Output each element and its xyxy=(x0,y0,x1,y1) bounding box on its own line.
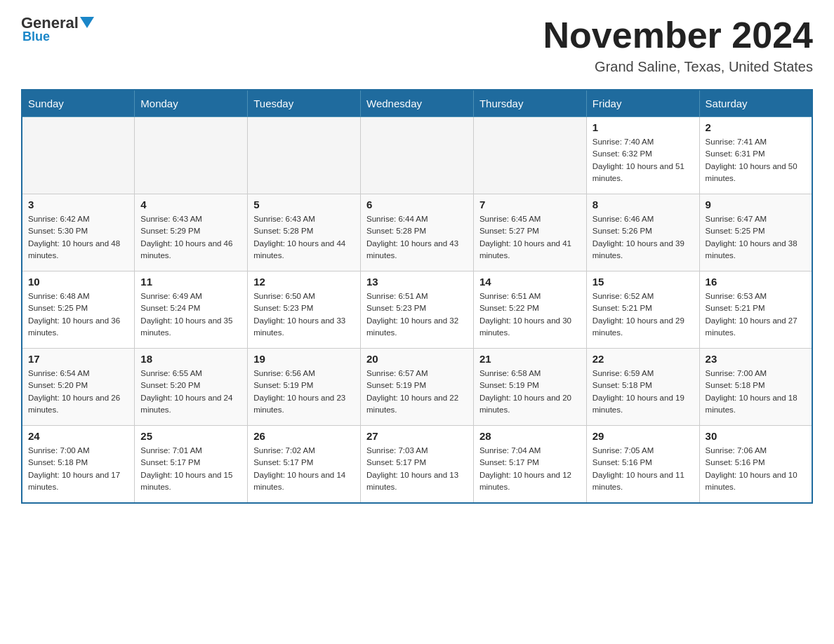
day-number: 18 xyxy=(140,353,241,365)
day-number: 11 xyxy=(140,276,241,288)
calendar-cell: 22Sunrise: 6:59 AMSunset: 5:18 PMDayligh… xyxy=(586,349,699,426)
calendar-cell: 17Sunrise: 6:54 AMSunset: 5:20 PMDayligh… xyxy=(22,349,135,426)
header-wednesday: Wednesday xyxy=(361,90,474,117)
day-info: Sunrise: 7:41 AMSunset: 6:31 PMDaylight:… xyxy=(706,136,806,185)
location: Grand Saline, Texas, United States xyxy=(543,59,813,75)
day-number: 29 xyxy=(593,430,694,442)
calendar-cell: 10Sunrise: 6:48 AMSunset: 5:25 PMDayligh… xyxy=(22,271,135,349)
calendar-week-row: 3Sunrise: 6:42 AMSunset: 5:30 PMDaylight… xyxy=(22,194,812,271)
day-number: 3 xyxy=(28,199,128,210)
day-info: Sunrise: 6:51 AMSunset: 5:23 PMDaylight:… xyxy=(366,290,468,339)
calendar-cell: 11Sunrise: 6:49 AMSunset: 5:24 PMDayligh… xyxy=(135,271,248,349)
calendar-cell: 24Sunrise: 7:00 AMSunset: 5:18 PMDayligh… xyxy=(22,426,135,503)
calendar-cell: 14Sunrise: 6:51 AMSunset: 5:22 PMDayligh… xyxy=(473,271,586,349)
calendar-week-row: 1Sunrise: 7:40 AMSunset: 6:32 PMDaylight… xyxy=(22,117,812,194)
calendar-cell: 7Sunrise: 6:45 AMSunset: 5:27 PMDaylight… xyxy=(473,194,586,271)
day-number: 8 xyxy=(593,199,694,210)
logo-triangle-icon xyxy=(80,17,94,28)
day-info: Sunrise: 6:50 AMSunset: 5:23 PMDaylight:… xyxy=(253,290,355,339)
day-info: Sunrise: 7:05 AMSunset: 5:16 PMDaylight:… xyxy=(593,445,694,493)
day-number: 21 xyxy=(479,353,581,365)
day-info: Sunrise: 6:57 AMSunset: 5:19 PMDaylight:… xyxy=(366,368,468,416)
day-info: Sunrise: 6:46 AMSunset: 5:26 PMDaylight:… xyxy=(593,213,694,262)
calendar-cell: 19Sunrise: 6:56 AMSunset: 5:19 PMDayligh… xyxy=(248,349,361,426)
day-number: 20 xyxy=(366,353,468,365)
calendar-cell: 4Sunrise: 6:43 AMSunset: 5:29 PMDaylight… xyxy=(135,194,248,271)
day-number: 12 xyxy=(253,276,355,288)
calendar-cell xyxy=(248,117,361,194)
day-info: Sunrise: 7:06 AMSunset: 5:16 PMDaylight:… xyxy=(706,445,806,493)
day-number: 15 xyxy=(593,276,694,288)
day-info: Sunrise: 7:01 AMSunset: 5:17 PMDaylight:… xyxy=(140,445,241,493)
calendar-cell: 16Sunrise: 6:53 AMSunset: 5:21 PMDayligh… xyxy=(699,271,812,349)
day-info: Sunrise: 7:04 AMSunset: 5:17 PMDaylight:… xyxy=(479,445,581,493)
calendar-cell: 15Sunrise: 6:52 AMSunset: 5:21 PMDayligh… xyxy=(586,271,699,349)
calendar-cell xyxy=(135,117,248,194)
day-info: Sunrise: 6:49 AMSunset: 5:24 PMDaylight:… xyxy=(140,290,241,339)
calendar-week-row: 10Sunrise: 6:48 AMSunset: 5:25 PMDayligh… xyxy=(22,271,812,349)
header-saturday: Saturday xyxy=(699,90,812,117)
day-info: Sunrise: 6:48 AMSunset: 5:25 PMDaylight:… xyxy=(28,290,128,339)
day-number: 4 xyxy=(140,199,241,210)
calendar-cell xyxy=(473,117,586,194)
logo-blue: Blue xyxy=(22,29,50,44)
day-info: Sunrise: 6:45 AMSunset: 5:27 PMDaylight:… xyxy=(479,213,581,262)
day-number: 9 xyxy=(706,199,806,210)
month-title: November 2024 xyxy=(543,14,813,56)
day-info: Sunrise: 6:52 AMSunset: 5:21 PMDaylight:… xyxy=(593,290,694,339)
calendar-cell: 23Sunrise: 7:00 AMSunset: 5:18 PMDayligh… xyxy=(699,349,812,426)
day-info: Sunrise: 6:56 AMSunset: 5:19 PMDaylight:… xyxy=(253,368,355,416)
day-number: 16 xyxy=(706,276,806,288)
day-info: Sunrise: 6:59 AMSunset: 5:18 PMDaylight:… xyxy=(593,368,694,416)
day-info: Sunrise: 6:54 AMSunset: 5:20 PMDaylight:… xyxy=(28,368,128,416)
calendar-cell: 1Sunrise: 7:40 AMSunset: 6:32 PMDaylight… xyxy=(586,117,699,194)
day-info: Sunrise: 7:02 AMSunset: 5:17 PMDaylight:… xyxy=(253,445,355,493)
calendar-cell xyxy=(361,117,474,194)
calendar-cell: 12Sunrise: 6:50 AMSunset: 5:23 PMDayligh… xyxy=(248,271,361,349)
day-info: Sunrise: 7:00 AMSunset: 5:18 PMDaylight:… xyxy=(706,368,806,416)
header-monday: Monday xyxy=(135,90,248,117)
day-number: 26 xyxy=(253,430,355,442)
header-friday: Friday xyxy=(586,90,699,117)
day-info: Sunrise: 6:42 AMSunset: 5:30 PMDaylight:… xyxy=(28,213,128,262)
calendar-cell: 25Sunrise: 7:01 AMSunset: 5:17 PMDayligh… xyxy=(135,426,248,503)
calendar-cell: 21Sunrise: 6:58 AMSunset: 5:19 PMDayligh… xyxy=(473,349,586,426)
day-number: 24 xyxy=(28,430,128,442)
day-info: Sunrise: 6:44 AMSunset: 5:28 PMDaylight:… xyxy=(366,213,468,262)
day-number: 28 xyxy=(479,430,581,442)
day-number: 27 xyxy=(366,430,468,442)
day-info: Sunrise: 7:40 AMSunset: 6:32 PMDaylight:… xyxy=(593,136,694,185)
calendar-cell: 13Sunrise: 6:51 AMSunset: 5:23 PMDayligh… xyxy=(361,271,474,349)
day-info: Sunrise: 6:55 AMSunset: 5:20 PMDaylight:… xyxy=(140,368,241,416)
title-section: November 2024 Grand Saline, Texas, Unite… xyxy=(543,14,813,75)
calendar-cell: 6Sunrise: 6:44 AMSunset: 5:28 PMDaylight… xyxy=(361,194,474,271)
day-number: 6 xyxy=(366,199,468,210)
day-info: Sunrise: 6:47 AMSunset: 5:25 PMDaylight:… xyxy=(706,213,806,262)
calendar-cell: 18Sunrise: 6:55 AMSunset: 5:20 PMDayligh… xyxy=(135,349,248,426)
header-tuesday: Tuesday xyxy=(248,90,361,117)
day-number: 7 xyxy=(479,199,581,210)
calendar-cell: 26Sunrise: 7:02 AMSunset: 5:17 PMDayligh… xyxy=(248,426,361,503)
day-number: 2 xyxy=(706,121,806,133)
day-info: Sunrise: 6:51 AMSunset: 5:22 PMDaylight:… xyxy=(479,290,581,339)
day-number: 25 xyxy=(140,430,241,442)
calendar-header-row: Sunday Monday Tuesday Wednesday Thursday… xyxy=(22,90,812,117)
calendar-week-row: 17Sunrise: 6:54 AMSunset: 5:20 PMDayligh… xyxy=(22,349,812,426)
day-number: 1 xyxy=(593,121,694,133)
day-info: Sunrise: 6:53 AMSunset: 5:21 PMDaylight:… xyxy=(706,290,806,339)
day-info: Sunrise: 7:00 AMSunset: 5:18 PMDaylight:… xyxy=(28,445,128,493)
day-number: 5 xyxy=(253,199,355,210)
header-sunday: Sunday xyxy=(22,90,135,117)
calendar-cell: 8Sunrise: 6:46 AMSunset: 5:26 PMDaylight… xyxy=(586,194,699,271)
day-number: 17 xyxy=(28,353,128,365)
calendar-cell: 3Sunrise: 6:42 AMSunset: 5:30 PMDaylight… xyxy=(22,194,135,271)
calendar-cell: 30Sunrise: 7:06 AMSunset: 5:16 PMDayligh… xyxy=(699,426,812,503)
calendar-cell: 28Sunrise: 7:04 AMSunset: 5:17 PMDayligh… xyxy=(473,426,586,503)
day-number: 19 xyxy=(253,353,355,365)
calendar-cell: 2Sunrise: 7:41 AMSunset: 6:31 PMDaylight… xyxy=(699,117,812,194)
day-info: Sunrise: 7:03 AMSunset: 5:17 PMDaylight:… xyxy=(366,445,468,493)
page-header: General Blue November 2024 Grand Saline,… xyxy=(21,14,813,75)
day-info: Sunrise: 6:43 AMSunset: 5:28 PMDaylight:… xyxy=(253,213,355,262)
calendar-cell: 20Sunrise: 6:57 AMSunset: 5:19 PMDayligh… xyxy=(361,349,474,426)
calendar-week-row: 24Sunrise: 7:00 AMSunset: 5:18 PMDayligh… xyxy=(22,426,812,503)
